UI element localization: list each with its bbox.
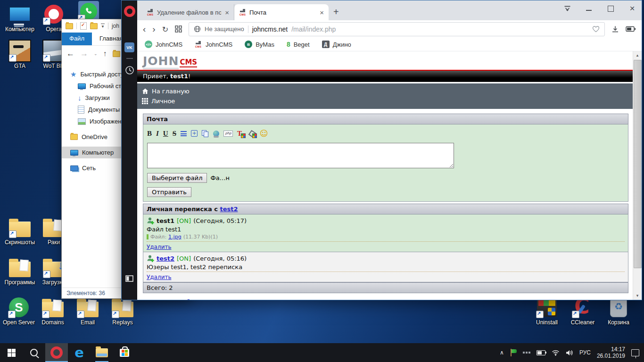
bookmark-heart-icon[interactable] [592, 25, 600, 33]
italic-button[interactable]: I [156, 130, 159, 138]
close-tab-icon[interactable] [224, 8, 230, 16]
desktop-icon-programs[interactable]: Программы [2, 256, 38, 286]
taskbar-opera-button[interactable] [45, 343, 68, 362]
close-window-icon[interactable] [628, 5, 636, 12]
desktop-icon-gta[interactable]: GTA [2, 40, 38, 69]
desktop-icon-domains[interactable]: Domains [35, 296, 71, 326]
maximize-icon[interactable] [608, 6, 614, 12]
php-code-icon[interactable] [223, 131, 233, 137]
taskbar-store-button[interactable] [113, 343, 136, 362]
nav-label: На главную [152, 88, 190, 95]
clear-messages-link[interactable]: Очистить сообщения [143, 297, 211, 300]
bookmarks-bar: </>JohnCMS JohnCMS BByMas Beget ДДжино [137, 38, 642, 51]
thread-user-link[interactable]: test2 [220, 206, 238, 213]
new-folder-icon[interactable] [90, 23, 98, 29]
desktop-icon-label: Domains [35, 320, 71, 326]
shortcut-arrow-icon [9, 54, 17, 62]
scroll-down-icon[interactable] [633, 292, 642, 300]
insert-plus-icon[interactable] [191, 130, 198, 137]
scroll-up-icon[interactable] [633, 51, 642, 59]
link-icon[interactable] [213, 131, 219, 137]
back-icon[interactable] [66, 50, 74, 57]
taskbar-explorer-button[interactable] [91, 343, 113, 362]
scrollbar-thumb[interactable] [634, 60, 642, 268]
wifi-icon[interactable] [552, 350, 560, 356]
security-label[interactable]: Не защищено [205, 25, 244, 33]
message-time: (Сегодня, 05:16) [193, 255, 247, 262]
list-icon[interactable] [181, 131, 187, 136]
opera-logo-icon[interactable] [124, 6, 135, 17]
taskbar-clock[interactable]: 14:17 26.01.2019 [597, 346, 625, 359]
nav-personal-link[interactable]: Личное [142, 96, 628, 106]
desktop-icon-screenshots[interactable]: Скриншоты [2, 216, 38, 246]
bookmark-johncms-dev[interactable]: </>JohnCMS [145, 41, 182, 48]
new-tab-icon[interactable] [333, 7, 339, 17]
delete-message-link[interactable]: Удалить [147, 274, 172, 280]
message-textarea[interactable] [147, 143, 454, 168]
battery-icon[interactable] [537, 350, 545, 355]
desktop-icon-computer[interactable]: Компьютер [2, 3, 38, 33]
tray-expand-icon[interactable] [500, 349, 504, 356]
start-button[interactable] [0, 343, 23, 362]
underline-button[interactable]: U [163, 130, 168, 138]
desktop-icon-replays[interactable]: Replays [105, 296, 140, 326]
desktop-icon-label: Open Server [0, 320, 38, 326]
sidebar-setup-icon[interactable] [125, 275, 133, 282]
bold-button[interactable]: B [147, 130, 152, 138]
desktop-icon-ccleaner[interactable]: CCleaner [565, 296, 601, 326]
minimize-icon[interactable] [586, 7, 592, 11]
bookmark-beget[interactable]: Beget [287, 41, 310, 48]
fill-color-icon[interactable] [248, 130, 256, 137]
forward-icon[interactable] [80, 50, 88, 57]
bookmark-bymas[interactable]: BByMas [245, 41, 274, 48]
history-clock-icon[interactable] [125, 66, 134, 75]
tray-flag-icon[interactable] [510, 349, 517, 356]
recent-locations-icon[interactable] [94, 51, 98, 56]
attachment-file-link[interactable]: 1.jpg [168, 234, 182, 240]
site-header: JOHNCMS [137, 51, 633, 70]
battery-icon[interactable] [626, 26, 636, 32]
desktop-icon-recycle-bin[interactable]: Корзина [601, 296, 636, 326]
back-icon[interactable] [143, 25, 146, 33]
tab-active[interactable]: Почта [234, 4, 329, 20]
vk-icon[interactable]: VK [124, 42, 134, 52]
tab-inactive[interactable]: Удаление файлов в почте [142, 4, 234, 20]
smiley-icon[interactable] [260, 130, 268, 137]
desktop-icon-uninstall[interactable]: Uninstall [529, 296, 565, 326]
up-icon[interactable] [103, 50, 107, 57]
reload-icon[interactable] [162, 25, 168, 34]
desktop-icon-open-server[interactable]: Open Server [0, 296, 38, 326]
color-grid-icon [252, 133, 257, 138]
bookmark-johncms[interactable]: JohnCMS [195, 41, 232, 48]
choose-file-button[interactable]: Выберите файл [147, 173, 207, 183]
taskbar-search-button[interactable] [23, 343, 45, 362]
tab-menu-icon[interactable] [563, 5, 571, 12]
nav-home-link[interactable]: На главную [142, 86, 628, 96]
message-username-link[interactable]: test2 [157, 255, 174, 262]
sidebar-item-label: Загрузки [85, 94, 110, 101]
downloads-icon[interactable] [611, 25, 619, 33]
properties-icon[interactable] [80, 22, 87, 30]
page-scrollbar[interactable] [633, 51, 642, 300]
customize-toolbar-icon[interactable]: ▼ [101, 24, 105, 29]
bookmark-jino[interactable]: ДДжино [322, 41, 351, 48]
speaker-icon[interactable] [566, 350, 573, 356]
action-center-icon[interactable] [631, 349, 639, 356]
address-bar[interactable]: Не защищено johncms.net/mail/index.php [189, 22, 605, 36]
close-tab-icon[interactable] [319, 8, 325, 16]
johncms-logo: JOHN [143, 54, 179, 69]
text-color-icon[interactable] [237, 130, 244, 137]
send-button[interactable]: Отправить [147, 187, 191, 197]
tray-dots-icon[interactable] [523, 352, 530, 354]
bookmark-label: JohnCMS [206, 41, 232, 48]
desktop-icon-email[interactable]: Email [70, 296, 106, 326]
tab-file[interactable]: Файл [62, 33, 92, 45]
speed-dial-icon[interactable] [175, 25, 182, 33]
strikethrough-button[interactable]: S [173, 130, 176, 138]
taskbar-edge-button[interactable] [68, 343, 91, 362]
folder-icon[interactable] [66, 23, 73, 29]
delete-message-link[interactable]: Удалить [147, 244, 172, 250]
language-indicator[interactable]: РУС [579, 349, 591, 356]
copy-icon[interactable] [202, 130, 209, 137]
forward-icon[interactable] [152, 25, 155, 33]
